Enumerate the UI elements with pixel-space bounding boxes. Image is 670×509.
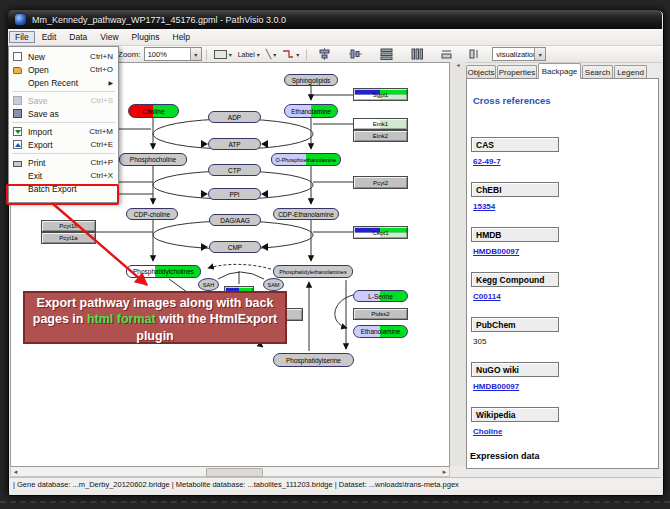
- link-hmdb-value[interactable]: HMDB00097: [473, 247, 519, 256]
- menu-bar: File Edit Data View Plugins Help: [8, 29, 662, 46]
- node-cdp-choline[interactable]: CDP-choline: [126, 208, 178, 220]
- menu-item-save: Save Ctrl+S: [9, 94, 118, 107]
- cross-references-heading: Cross references: [473, 95, 551, 106]
- title-bar[interactable]: Mm_Kennedy_pathway_WP1771_45176.gpml - P…: [8, 10, 662, 29]
- link-wikipedia-value[interactable]: Choline: [473, 427, 502, 436]
- common-height-button[interactable]: [465, 47, 484, 62]
- menu-separator: [12, 153, 115, 154]
- menu-item-import[interactable]: Import Ctrl+M: [9, 125, 118, 138]
- node-phosphatidylcholines[interactable]: Phosphatidylcholines: [126, 265, 201, 278]
- node-ppi[interactable]: PPi: [208, 188, 261, 200]
- menu-item-export[interactable]: Export Ctrl+E: [9, 138, 118, 151]
- link-cas-value[interactable]: 62-49-7: [473, 157, 501, 166]
- tab-objects[interactable]: Objects: [466, 65, 496, 78]
- node-ethanolamine[interactable]: Ethanolamine: [284, 104, 338, 118]
- node-atp[interactable]: ATP: [208, 138, 261, 150]
- gene-sgpl1[interactable]: Sgpl1: [353, 88, 408, 101]
- menubar-edit[interactable]: Edit: [36, 31, 63, 43]
- save-as-icon: [13, 109, 22, 118]
- section-title-pubchem: PubChem: [471, 317, 559, 332]
- section-title-cas: CAS: [471, 137, 559, 152]
- gene-etnk2[interactable]: Etnk2: [353, 130, 408, 142]
- menubar-data[interactable]: Data: [63, 31, 93, 43]
- tab-legend[interactable]: Legend: [614, 65, 647, 78]
- gene-pcyt2[interactable]: Pcyt2: [353, 176, 408, 189]
- menu-item-new[interactable]: New Ctrl+N: [9, 50, 118, 63]
- node-ethanolamine-bottom[interactable]: Ethanolamine: [353, 325, 408, 338]
- menubar-help[interactable]: Help: [167, 31, 196, 43]
- link-nugo-value[interactable]: HMDB00097: [473, 382, 519, 391]
- node-sah[interactable]: SAH: [198, 278, 219, 291]
- tab-properties[interactable]: Properties: [497, 65, 537, 78]
- distribute-vertical-button[interactable]: [408, 47, 427, 62]
- visualization-combobox[interactable]: visualization ▾: [492, 47, 546, 61]
- section-title-wikipedia: Wikipedia: [471, 407, 559, 422]
- node-sam[interactable]: SAM: [263, 278, 284, 291]
- menubar-file[interactable]: File: [9, 31, 35, 43]
- menu-item-print[interactable]: Print Ctrl+P: [9, 156, 118, 169]
- menu-item-shortcut: Ctrl+E: [91, 140, 113, 149]
- gene-etnk1[interactable]: Etnk1: [353, 118, 408, 130]
- gene-pcyt1b[interactable]: Pcyt1b: [41, 220, 96, 232]
- zoom-value: 100%: [145, 50, 190, 59]
- zoom-combobox[interactable]: 100% ▾: [144, 47, 202, 61]
- menu-item-shortcut: Ctrl+P: [91, 158, 113, 167]
- section-title-nugo: NuGO wiki: [471, 362, 559, 377]
- chevron-down-icon[interactable]: ▾: [190, 48, 201, 60]
- node-cmp[interactable]: CMP: [209, 241, 261, 253]
- new-connector-button[interactable]: ▾: [279, 47, 302, 62]
- node-choline[interactable]: Choline: [128, 104, 179, 118]
- gene-ptdss2[interactable]: Ptdss2: [353, 308, 408, 320]
- section-title-chebi: ChEBI: [471, 182, 559, 197]
- menu-item-shortcut: Ctrl+O: [90, 65, 113, 74]
- menu-item-save-as[interactable]: Save as: [9, 107, 118, 120]
- collapse-panel-icon[interactable]: ◄: [456, 62, 461, 68]
- panel-tab-bar: Objects Properties Backpage Search Legen…: [466, 63, 660, 78]
- panel-splitter[interactable]: ◄: [449, 62, 466, 466]
- node-ctp[interactable]: CTP: [208, 164, 261, 176]
- common-width-button[interactable]: [437, 47, 456, 62]
- menu-item-exit[interactable]: Exit Ctrl+X: [9, 169, 118, 182]
- node-o-phosphoethanolamine[interactable]: O-Phosphoethanolamine: [271, 153, 341, 166]
- menu-item-shortcut: Ctrl+M: [89, 127, 113, 136]
- tab-search[interactable]: Search: [582, 65, 613, 78]
- node-phosphatidylserine[interactable]: Phosphatidylserine: [273, 353, 354, 367]
- node-cdp-ethanolamine[interactable]: CDP-Ethanolamine: [273, 208, 339, 220]
- scroll-right-icon[interactable]: ►: [440, 469, 449, 475]
- gene-cept1[interactable]: Cept1: [353, 226, 408, 239]
- menu-item-label: Print: [28, 158, 91, 168]
- common-height-icon: [468, 48, 481, 60]
- datanode-icon: [214, 50, 227, 59]
- gene-pcyt1a[interactable]: Pcyt1a: [41, 232, 96, 244]
- canvas-horizontal-scrollbar[interactable]: ◄ ►: [10, 466, 450, 477]
- menubar-plugins[interactable]: Plugins: [126, 31, 166, 43]
- node-sphingolipids[interactable]: Sphingolipids: [284, 74, 338, 86]
- scroll-left-icon[interactable]: ◄: [11, 469, 20, 475]
- tab-backpage[interactable]: Backpage: [538, 63, 581, 79]
- link-chebi-value[interactable]: 15354: [473, 202, 495, 211]
- new-datanode-button[interactable]: ▾: [211, 47, 235, 62]
- menu-item-label: New: [28, 52, 90, 62]
- menu-separator: [12, 91, 115, 92]
- new-label-button[interactable]: Label ▾: [235, 47, 263, 62]
- align-center-x-button[interactable]: [315, 47, 334, 62]
- distribute-vertical-icon: [411, 48, 424, 60]
- scrollbar-thumb[interactable]: [206, 468, 263, 477]
- node-adp[interactable]: ADP: [208, 111, 261, 123]
- align-center-y-button[interactable]: [346, 47, 365, 62]
- new-line-button[interactable]: ╲ ▾: [263, 47, 279, 62]
- menubar-view[interactable]: View: [94, 31, 124, 43]
- node-l-serine[interactable]: L-Serine: [353, 290, 408, 302]
- link-kegg-value[interactable]: C00114: [473, 292, 501, 301]
- menu-item-open[interactable]: Open Ctrl+O: [9, 63, 118, 76]
- node-phosphatidylethanolamines[interactable]: Phosphatidylethanolamines: [273, 265, 353, 278]
- distribute-horizontal-button[interactable]: [377, 47, 396, 62]
- menu-item-open-recent[interactable]: Open Recent ▶: [9, 76, 118, 89]
- menu-item-label: Export: [28, 140, 91, 150]
- node-phosphocholine[interactable]: Phosphocholine: [119, 153, 187, 166]
- window-title: Mm_Kennedy_pathway_WP1771_45176.gpml - P…: [32, 15, 286, 25]
- chevron-down-icon[interactable]: ▾: [534, 48, 545, 60]
- node-dag-aag[interactable]: DAG/AAG: [209, 214, 261, 226]
- chevron-down-icon: ▾: [257, 51, 260, 58]
- chevron-down-icon: ▾: [296, 51, 299, 58]
